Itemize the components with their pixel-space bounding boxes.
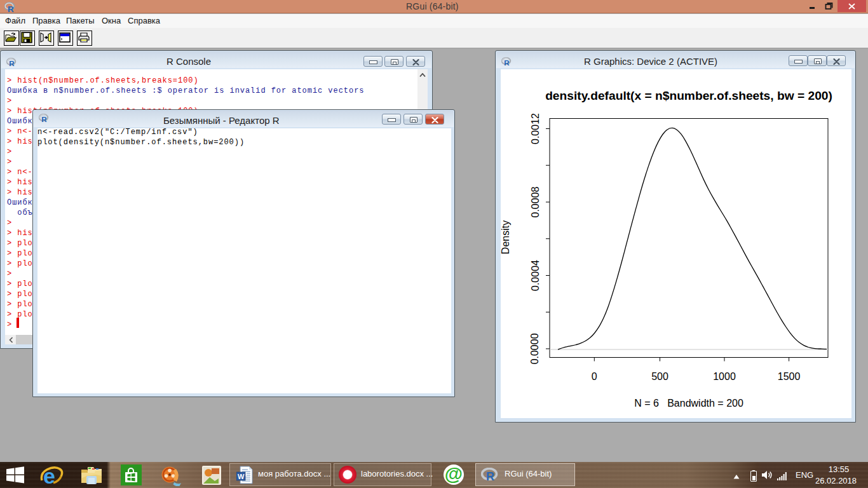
svg-text:0.0000: 0.0000 xyxy=(530,333,541,364)
svg-text:500: 500 xyxy=(651,371,668,382)
svg-text:R: R xyxy=(486,470,494,482)
svg-text:0: 0 xyxy=(592,371,597,382)
svg-text:R: R xyxy=(504,58,510,66)
svg-text:density.default(x = n$number.o: density.default(x = n$number.of.sheets, … xyxy=(545,89,832,102)
svg-text:0.0012: 0.0012 xyxy=(530,113,541,144)
svg-text:0.0004: 0.0004 xyxy=(530,260,541,291)
svg-text:1500: 1500 xyxy=(778,371,801,382)
svg-text:R: R xyxy=(8,4,14,13)
svg-text:0.0008: 0.0008 xyxy=(530,186,541,217)
svg-text:Density: Density xyxy=(501,220,511,254)
svg-text:N = 6 Bandwidth = 200: N = 6 Bandwidth = 200 xyxy=(634,398,743,409)
svg-text:R: R xyxy=(41,115,47,123)
svg-text:W: W xyxy=(238,473,245,480)
svg-text:1000: 1000 xyxy=(713,371,736,382)
svg-text:R: R xyxy=(9,59,15,67)
